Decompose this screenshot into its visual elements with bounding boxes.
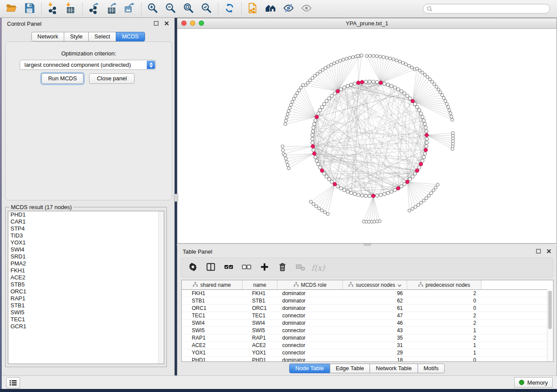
- network-node: [430, 192, 433, 195]
- close-panel-icon[interactable]: [164, 21, 169, 27]
- tab-style[interactable]: Style: [64, 32, 89, 41]
- mcds-result-item[interactable]: CAR1: [8, 218, 164, 225]
- tab-network[interactable]: Network: [31, 32, 64, 41]
- deselect-all-button[interactable]: [241, 262, 252, 273]
- close-window-icon[interactable]: [181, 21, 187, 26]
- table-row[interactable]: PHD1PHD1dominator180: [182, 357, 553, 362]
- run-mcds-button[interactable]: Run MCDS: [42, 73, 83, 84]
- mcds-list-scrollbar[interactable]: [158, 211, 164, 364]
- mcds-result-list[interactable]: PHD1CAR1STP4TID3YOX1SWI4SRD1PMA2FKH1ACE2…: [8, 211, 164, 364]
- mcds-result-item[interactable]: SWI4: [8, 246, 164, 253]
- column-header-shared-name[interactable]: shared name: [182, 280, 242, 289]
- split-panel-button[interactable]: [205, 262, 216, 273]
- network-node: [281, 145, 284, 148]
- mcds-result-item[interactable]: ACE2: [8, 274, 164, 281]
- network-node: [318, 166, 322, 169]
- home-button[interactable]: [263, 2, 277, 16]
- network-node: [312, 203, 315, 206]
- mcds-result-item[interactable]: PMA2: [8, 260, 164, 267]
- optimization-criterion-select[interactable]: largest connected component (undirected): [20, 60, 156, 70]
- task-history-button[interactable]: [6, 377, 20, 389]
- tab-node-table[interactable]: Node Table: [289, 364, 330, 373]
- zoom-in-button[interactable]: [145, 2, 159, 16]
- network-node: [327, 65, 330, 68]
- import-network-button[interactable]: [45, 2, 59, 16]
- zoom-fit-button[interactable]: [181, 2, 195, 16]
- tab-motifs[interactable]: Motifs: [417, 364, 445, 373]
- table-row[interactable]: RAP1RAP1dominator352: [182, 334, 553, 342]
- network-node: [330, 63, 333, 66]
- network-node: [375, 80, 379, 84]
- select-all-button[interactable]: [223, 262, 234, 273]
- tab-network-table[interactable]: Network Table: [370, 364, 418, 373]
- save-session-button[interactable]: [22, 2, 36, 16]
- network-node: [405, 63, 408, 66]
- float-panel-icon[interactable]: [154, 21, 159, 27]
- cell-successor-nodes: 31: [343, 342, 407, 348]
- mcds-result-item[interactable]: ORC1: [8, 288, 164, 295]
- export-table-button[interactable]: [104, 2, 118, 16]
- add-column-button[interactable]: [259, 262, 270, 273]
- mcds-result-item[interactable]: TEC1: [8, 316, 164, 323]
- network-canvas[interactable]: [177, 29, 557, 244]
- close-panel-button[interactable]: Close panel: [89, 73, 135, 84]
- table-row[interactable]: ACE2ACE2connector311: [182, 342, 553, 349]
- column-header-name[interactable]: name: [242, 280, 277, 289]
- table-row[interactable]: SWI5SWI5connector431: [182, 327, 553, 334]
- column-header-MCDS-role[interactable]: MCDS role: [277, 280, 343, 289]
- network-node: [418, 166, 421, 169]
- float-table-panel-icon[interactable]: [536, 248, 541, 255]
- table-row[interactable]: FKH1FKH1dominator962: [182, 290, 553, 297]
- network-node: [288, 107, 291, 110]
- table-row[interactable]: STB1STB1dominator620: [182, 297, 553, 305]
- zoom-window-icon[interactable]: [199, 21, 204, 26]
- network-node: [421, 71, 424, 74]
- import-table-button[interactable]: [63, 2, 77, 16]
- network-node: [451, 118, 454, 121]
- mcds-result-item[interactable]: STB1: [8, 302, 164, 309]
- mcds-result-item[interactable]: GCR1: [8, 323, 164, 330]
- network-node: [349, 83, 353, 86]
- tab-edge-table[interactable]: Edge Table: [329, 364, 370, 373]
- close-table-panel-icon[interactable]: [547, 248, 551, 255]
- mcds-result-item[interactable]: STB5: [8, 281, 164, 288]
- mcds-result-item[interactable]: SRD1: [8, 253, 164, 260]
- delete-column-button[interactable]: [277, 262, 288, 273]
- vertical-splitter-handle[interactable]: [174, 194, 178, 202]
- table-settings-button[interactable]: [187, 262, 198, 273]
- column-header-successor-nodes[interactable]: successor nodes: [343, 280, 407, 289]
- network-node: [311, 76, 314, 79]
- table-scrollbar[interactable]: [547, 289, 553, 361]
- table-row[interactable]: ORC1ORC1dominator610: [182, 305, 553, 312]
- table-row[interactable]: TEC1TEC1connector472: [182, 312, 553, 320]
- export-image-button[interactable]: [122, 2, 136, 16]
- cell-MCDS-role: dominator: [277, 290, 343, 296]
- zoom-selected-button[interactable]: [199, 2, 213, 16]
- network-node: [425, 196, 428, 199]
- memory-button[interactable]: Memory: [514, 377, 553, 388]
- refresh-button[interactable]: [222, 2, 236, 16]
- table-row[interactable]: YOX1YOX1connector291: [182, 349, 553, 357]
- search-input[interactable]: [423, 4, 550, 14]
- network-window-titlebar[interactable]: YPA_prune.txt_1: [177, 18, 557, 29]
- network-node: [284, 154, 287, 157]
- mcds-result-item[interactable]: TID3: [8, 232, 164, 239]
- hide-selected-button[interactable]: [281, 2, 295, 16]
- table-row[interactable]: SWI4SWI4dominator462: [182, 320, 553, 327]
- tab-mcds[interactable]: MCDS: [116, 32, 145, 41]
- zoom-out-button[interactable]: [163, 2, 177, 16]
- mcds-result-item[interactable]: RAP1: [8, 295, 164, 302]
- mcds-result-item[interactable]: YOX1: [8, 239, 164, 246]
- mcds-result-item[interactable]: STP4: [8, 225, 164, 232]
- table-scrollbar-thumb[interactable]: [548, 291, 552, 329]
- minimize-window-icon[interactable]: [190, 21, 195, 26]
- mcds-result-item[interactable]: PHD1: [8, 211, 164, 218]
- mcds-result-item[interactable]: SWI5: [8, 309, 164, 316]
- mcds-result-item[interactable]: FKH1: [8, 267, 164, 274]
- export-network-button[interactable]: [86, 2, 100, 16]
- share-document-button[interactable]: [246, 2, 259, 16]
- control-panel-tabs: NetworkStyleSelectMCDS: [31, 32, 145, 41]
- open-session-button[interactable]: [4, 2, 18, 16]
- tab-select[interactable]: Select: [88, 32, 116, 41]
- column-header-predecessor-nodes[interactable]: predecessor nodes: [407, 280, 481, 289]
